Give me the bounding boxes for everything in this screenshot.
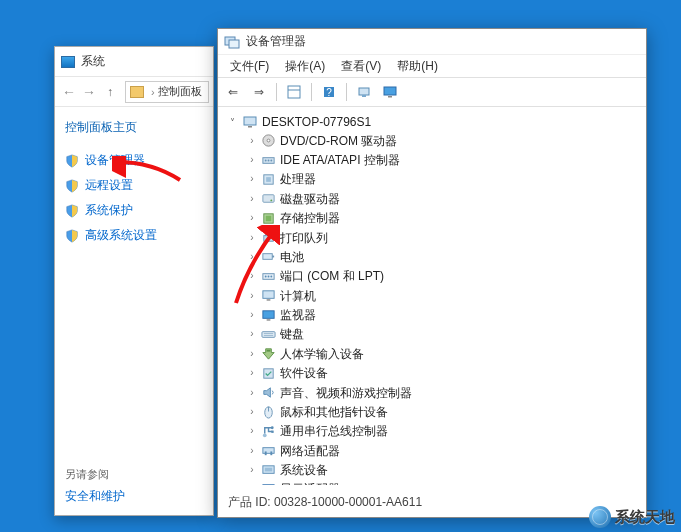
expand-icon[interactable]: › — [246, 306, 258, 324]
svg-rect-36 — [261, 332, 274, 338]
forward-icon[interactable]: → — [79, 82, 99, 102]
sidebar-system-protection[interactable]: 系统保护 — [65, 198, 203, 223]
device-manager-menubar: 文件(F) 操作(A) 查看(V) 帮助(H) — [218, 55, 646, 77]
sidebar-item-label: 高级系统设置 — [85, 227, 157, 244]
menu-action[interactable]: 操作(A) — [277, 56, 333, 77]
up-icon[interactable]: ↑ — [101, 83, 119, 101]
device-tree: ˅ DESKTOP-07796S1 ›DVD/CD-ROM 驱动器›IDE AT… — [218, 107, 646, 485]
system-footer: 另请参阅 安全和维护 — [65, 467, 203, 505]
display-icon — [260, 481, 276, 485]
tree-item[interactable]: ›存储控制器 — [222, 209, 642, 228]
back-icon[interactable]: ← — [59, 82, 79, 102]
svg-rect-39 — [266, 350, 270, 352]
svg-text:?: ? — [326, 87, 332, 98]
svg-rect-32 — [262, 291, 273, 299]
software-icon — [260, 365, 276, 381]
menu-view[interactable]: 查看(V) — [333, 56, 389, 77]
shield-icon — [65, 204, 79, 218]
ide-icon — [260, 152, 276, 168]
svg-point-43 — [262, 433, 266, 437]
toolbar-separator — [346, 83, 347, 101]
folder-icon — [130, 86, 144, 98]
svg-rect-27 — [272, 256, 274, 258]
tree-item[interactable]: ›键盘 — [222, 325, 642, 344]
menu-file[interactable]: 文件(F) — [222, 56, 277, 77]
menu-help[interactable]: 帮助(H) — [389, 56, 446, 77]
expand-icon[interactable]: › — [246, 132, 258, 150]
expand-icon[interactable]: › — [246, 422, 258, 440]
footer-heading: 另请参阅 — [65, 467, 203, 482]
toolbar-back-button[interactable]: ⇐ — [222, 81, 244, 103]
tree-item-label: 人体学输入设备 — [280, 345, 364, 363]
toolbar-view-button[interactable] — [283, 81, 305, 103]
toolbar-forward-button[interactable]: ⇒ — [248, 81, 270, 103]
svg-point-17 — [270, 159, 272, 161]
tree-item[interactable]: ›磁盘驱动器 — [222, 189, 642, 208]
footer-link[interactable]: 安全和维护 — [65, 488, 203, 505]
device-manager-titlebar[interactable]: 设备管理器 — [218, 29, 646, 55]
tree-item[interactable]: ›通用串行总线控制器 — [222, 422, 642, 441]
tree-item-label: DVD/CD-ROM 驱动器 — [280, 132, 397, 150]
tree-item[interactable]: ›显示适配器 — [222, 480, 642, 485]
svg-rect-47 — [264, 452, 266, 456]
expand-icon[interactable]: › — [246, 151, 258, 169]
storage-icon — [260, 210, 276, 226]
expand-icon[interactable]: › — [246, 461, 258, 479]
toolbar-monitor-button[interactable] — [379, 81, 401, 103]
tree-item-label: 系统设备 — [280, 461, 328, 479]
sidebar-advanced-settings[interactable]: 高级系统设置 — [65, 223, 203, 248]
tree-item[interactable]: ›系统设备 — [222, 460, 642, 479]
tree-item[interactable]: ›电池 — [222, 247, 642, 266]
tree-item[interactable]: ›网络适配器 — [222, 441, 642, 460]
toolbar-help-button[interactable]: ? — [318, 81, 340, 103]
tree-item[interactable]: ›软件设备 — [222, 364, 642, 383]
tree-item[interactable]: ›鼠标和其他指针设备 — [222, 402, 642, 421]
expand-icon[interactable]: › — [246, 267, 258, 285]
expand-icon[interactable]: › — [246, 325, 258, 343]
expand-icon[interactable]: › — [246, 190, 258, 208]
watermark: 系统天地 — [589, 506, 675, 528]
tree-item[interactable]: ›声音、视频和游戏控制器 — [222, 383, 642, 402]
expand-icon[interactable]: › — [246, 229, 258, 247]
tree-item[interactable]: ›监视器 — [222, 305, 642, 324]
tree-root[interactable]: ˅ DESKTOP-07796S1 — [222, 113, 642, 131]
sidebar-item-label: 系统保护 — [85, 202, 133, 219]
tree-item[interactable]: ›DVD/CD-ROM 驱动器 — [222, 131, 642, 150]
expand-icon[interactable]: › — [246, 248, 258, 266]
toolbar-separator — [276, 83, 277, 101]
tree-item[interactable]: ›人体学输入设备 — [222, 344, 642, 363]
tree-item[interactable]: ›计算机 — [222, 286, 642, 305]
expand-icon[interactable]: › — [246, 384, 258, 402]
collapse-icon[interactable]: ˅ — [230, 117, 242, 128]
expand-icon[interactable]: › — [246, 170, 258, 188]
sidebar-item-label: 设备管理器 — [85, 152, 145, 169]
address-bar[interactable]: › 控制面板 — [125, 81, 209, 103]
expand-icon[interactable]: › — [246, 480, 258, 485]
tree-item[interactable]: ›打印队列 — [222, 228, 642, 247]
expand-icon[interactable]: › — [246, 287, 258, 305]
toolbar-separator — [311, 83, 312, 101]
svg-point-15 — [264, 159, 266, 161]
svg-point-21 — [270, 200, 272, 202]
expand-icon[interactable]: › — [246, 364, 258, 382]
system-titlebar[interactable]: 系统 — [55, 47, 213, 77]
tree-item-label: IDE ATA/ATAPI 控制器 — [280, 151, 400, 169]
tree-item-label: 计算机 — [280, 287, 316, 305]
expand-icon[interactable]: › — [246, 345, 258, 363]
computer-icon — [242, 114, 258, 130]
shield-icon — [65, 154, 79, 168]
expand-icon[interactable]: › — [246, 442, 258, 460]
sidebar-remote-settings[interactable]: 远程设置 — [65, 173, 203, 198]
tree-item[interactable]: ›端口 (COM 和 LPT) — [222, 267, 642, 286]
expand-icon[interactable]: › — [246, 209, 258, 227]
keyboard-icon — [260, 326, 276, 342]
sidebar-device-manager[interactable]: 设备管理器 — [65, 148, 203, 173]
tree-item[interactable]: ›处理器 — [222, 170, 642, 189]
svg-rect-24 — [263, 236, 272, 242]
svg-rect-35 — [266, 319, 270, 320]
device-manager-toolbar: ⇐ ⇒ ? — [218, 77, 646, 107]
toolbar-scan-button[interactable] — [353, 81, 375, 103]
control-panel-home[interactable]: 控制面板主页 — [65, 119, 203, 136]
expand-icon[interactable]: › — [246, 403, 258, 421]
tree-item[interactable]: ›IDE ATA/ATAPI 控制器 — [222, 150, 642, 169]
